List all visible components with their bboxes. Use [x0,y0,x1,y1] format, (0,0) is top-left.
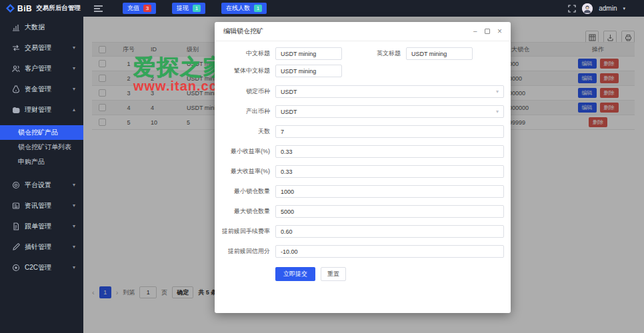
fullscreen-icon[interactable] [568,5,576,13]
field-label-title-en: 英文标题 [342,49,401,58]
recharge-label: 充值 [127,4,139,13]
sidebar-subitem-subscription[interactable]: 申购产品 [0,155,83,169]
sidebar-subitem-label: 申购产品 [18,157,45,166]
brand-logo-icon [6,4,15,13]
avatar[interactable] [582,3,593,14]
modal-header: 编辑锁仓挖矿 − × [215,22,511,41]
topbar-right: admin ▾ [568,3,625,14]
max-rate-input[interactable] [275,165,504,178]
sidebar-item-pin[interactable]: 插针管理 ▾ [0,236,83,257]
app-title: 交易所后台管理 [36,4,81,13]
username[interactable]: admin [599,5,617,12]
reset-button[interactable]: 重置 [321,267,346,281]
sidebar-item-bigdata[interactable]: 大数据 [0,17,83,37]
news-icon [12,202,20,210]
close-icon[interactable]: × [497,27,502,35]
topbar: 充值 3 提现 1 在线人数 1 admin ▾ [83,0,644,17]
brand: BiB 交易所后台管理 [0,0,83,17]
maximize-icon[interactable] [485,29,490,34]
withdraw-badge: 1 [193,5,201,12]
sidebar-item-label: 跟单管理 [25,222,51,231]
field-label-credit: 提前赎回信用分 [221,247,270,256]
pencil-icon [12,243,20,251]
sidebar-item-platform[interactable]: 平台设置 ▾ [0,174,83,195]
sidebar-subitem-label: 锁仓挖矿产品 [18,128,58,137]
online-users-badge: 1 [254,5,262,12]
exchange-icon [12,44,20,52]
lock-coin-value: USDT [281,89,297,95]
brand-logo-text: BiB [17,4,32,13]
sidebar-item-customers[interactable]: 客户管理 ▾ [0,58,83,79]
sidebar-item-news[interactable]: 资讯管理 ▾ [0,195,83,216]
sidebar-item-label: 资讯管理 [25,201,51,210]
field-label-lock-coin: 锁定币种 [221,87,270,96]
edit-mining-modal: 编辑锁仓挖矿 − × 中文标题 英文标题 繁体中文标题 锁定币种 US [215,22,511,313]
field-label-days: 天数 [221,127,270,136]
sidebar-item-label: 大数据 [25,23,45,32]
submit-button[interactable]: 立即提交 [275,267,315,281]
finance-submenu: 锁仓挖矿产品 锁仓挖矿订单列表 申购产品 [0,125,83,169]
online-users-button[interactable]: 在线人数 1 [221,3,267,14]
document-icon [12,222,20,230]
users-icon [12,65,20,73]
chevron-down-icon: ▾ [73,45,75,51]
title-en-input[interactable] [406,47,473,60]
sidebar-item-finance[interactable]: 理财管理 ▴ [0,99,83,120]
chevron-down-icon: ▾ [73,264,75,270]
sidebar-item-label: C2C管理 [25,263,51,272]
field-label-min-lock: 最小锁仓数量 [221,187,270,196]
days-input[interactable] [275,125,504,138]
field-label-title-cn: 中文标题 [221,49,270,58]
chevron-down-icon: ▾ [73,182,75,188]
select-arrow-icon: ▾ [496,109,499,115]
minimize-icon[interactable]: − [473,28,477,35]
sidebar-subitem-mining-orders[interactable]: 锁仓挖矿订单列表 [0,140,83,155]
money-bag-icon [12,85,20,93]
min-lock-input[interactable] [275,185,504,198]
sidebar: BiB 交易所后台管理 大数据 交易管理 ▾ 客户管理 ▾ [0,0,83,333]
sidebar-item-funds[interactable]: 资金管理 ▾ [0,79,83,99]
sidebar-item-trade[interactable]: 交易管理 ▾ [0,37,83,58]
chevron-down-icon: ▾ [73,86,75,92]
collapse-sidebar-icon[interactable] [94,5,103,12]
max-lock-input[interactable] [275,205,504,218]
field-label-max-rate: 最大收益率(%) [221,167,270,176]
modal-body: 中文标题 英文标题 繁体中文标题 锁定币种 USDT ▾ 产出币种 USDT [215,41,511,281]
chevron-down-icon: ▾ [73,65,75,71]
field-label-title-tc: 繁体中文标题 [221,67,270,75]
field-label-output-coin: 产出币种 [221,107,270,116]
app-window: BiB 交易所后台管理 大数据 交易管理 ▾ 客户管理 ▾ [0,0,644,333]
sidebar-item-label: 平台设置 [25,180,51,190]
withdraw-label: 提现 [177,4,189,13]
sidebar-item-copytrade[interactable]: 跟单管理 ▾ [0,216,83,236]
title-tc-input[interactable] [275,65,342,77]
sidebar-item-label: 插针管理 [25,242,51,252]
title-cn-input[interactable] [275,47,342,60]
credit-input[interactable] [275,245,504,258]
sidebar-item-label: 理财管理 [25,105,51,115]
fee-rate-input[interactable] [275,225,504,238]
lock-coin-select[interactable]: USDT ▾ [275,85,504,98]
sidebar-item-label: 交易管理 [25,43,51,53]
recharge-badge: 3 [143,5,151,12]
sidebar-item-label: 客户管理 [25,64,51,73]
recharge-button[interactable]: 充值 3 [123,3,156,14]
select-arrow-icon: ▾ [496,89,499,95]
field-label-fee-rate: 提前赎回手续费率 [221,227,270,236]
chevron-down-icon: ▾ [73,202,75,208]
withdraw-button[interactable]: 提现 1 [172,3,205,14]
chart-icon [12,23,20,31]
field-label-max-lock: 最大锁仓数量 [221,207,270,216]
output-coin-value: USDT [281,109,297,115]
field-label-min-rate: 最小收益率(%) [221,147,270,156]
output-coin-select[interactable]: USDT ▾ [275,105,504,118]
min-rate-input[interactable] [275,145,504,158]
sidebar-subitem-label: 锁仓挖矿订单列表 [18,143,71,152]
sidebar-subitem-mining-products[interactable]: 锁仓挖矿产品 [0,125,83,140]
sidebar-item-label: 资金管理 [25,85,51,94]
circle-dot-icon [12,264,20,272]
sidebar-item-c2c[interactable]: C2C管理 ▾ [0,257,83,278]
chevron-down-icon: ▾ [73,244,75,250]
chevron-up-icon: ▴ [73,107,75,113]
user-menu-caret-icon[interactable]: ▾ [623,6,625,11]
